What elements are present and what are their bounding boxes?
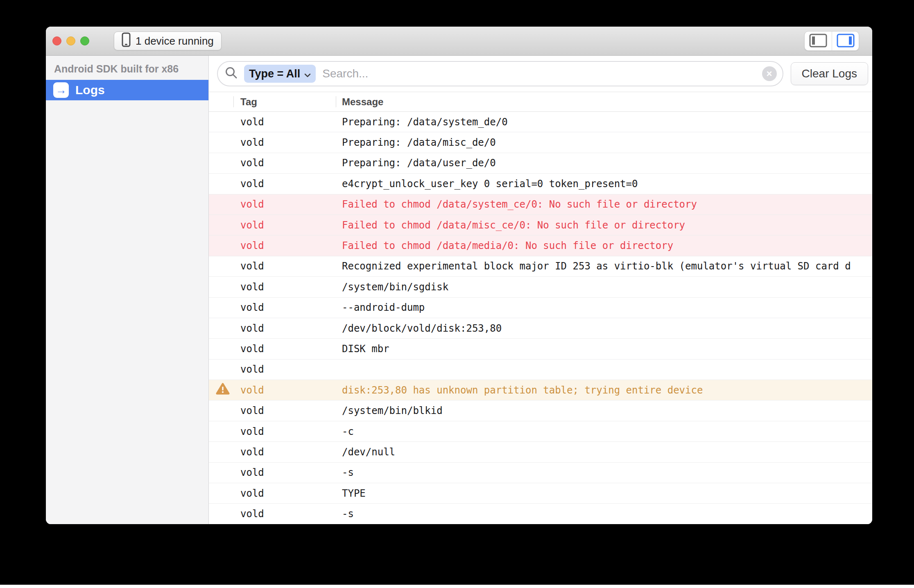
screen-bottom-strip — [0, 585, 914, 588]
minimize-button[interactable] — [66, 36, 75, 45]
search-input[interactable] — [321, 67, 756, 81]
log-tag: vold — [240, 446, 342, 458]
filter-token[interactable]: Type = All — [244, 65, 316, 83]
log-row[interactable]: vold e4crypt_unlock_user_key 0 serial=0 … — [209, 174, 872, 194]
log-message: Failed to chmod /data/media/0: No such f… — [342, 240, 872, 251]
log-tag: vold — [240, 116, 342, 128]
log-toolbar: Type = All Clear Logs — [209, 56, 872, 92]
titlebar: 1 device running — [46, 27, 872, 56]
column-separator — [233, 96, 234, 107]
column-separator — [336, 96, 336, 107]
sidebar: Android SDK built for x86 → Logs — [46, 56, 209, 524]
log-tag: vold — [240, 178, 342, 190]
log-row[interactable]: vold — [209, 360, 872, 380]
log-row[interactable]: vold --android-dump — [209, 298, 872, 318]
zoom-button[interactable] — [80, 36, 89, 45]
close-button[interactable] — [52, 36, 61, 45]
sidebar-left-icon — [809, 34, 827, 49]
log-message: disk:253,80 has unknown partition table;… — [342, 384, 872, 396]
log-message: Preparing: /data/misc_de/0 — [342, 137, 872, 148]
log-row[interactable]: vold /dev/block/vold/disk:253,80 — [209, 318, 872, 339]
log-pane: Type = All Clear Logs Tag Mess — [209, 56, 872, 524]
log-row[interactable]: vold /system/bin/blkid — [209, 400, 872, 421]
log-message: Failed to chmod /data/system_ce/0: No su… — [342, 199, 872, 210]
log-tag: vold — [240, 405, 342, 416]
log-message: -s — [342, 467, 872, 478]
log-tag: vold — [240, 219, 342, 231]
log-tag: vold — [240, 137, 342, 148]
log-message: Preparing: /data/user_de/0 — [342, 157, 872, 169]
log-row[interactable]: vold Preparing: /data/system_de/0 — [209, 112, 872, 132]
log-row[interactable]: vold -s — [209, 504, 872, 524]
chevron-down-icon — [304, 68, 311, 80]
sidebar-item-label: Logs — [75, 83, 105, 97]
smartphone-icon — [122, 32, 131, 50]
log-row[interactable]: vold Preparing: /data/misc_de/0 — [209, 132, 872, 153]
log-row[interactable]: vold Preparing: /data/user_de/0 — [209, 153, 872, 174]
log-message: DISK mbr — [342, 343, 872, 355]
filter-token-label: Type = All — [249, 68, 300, 80]
log-message: /system/bin/sgdisk — [342, 281, 872, 293]
log-row[interactable]: vold /dev/null — [209, 442, 872, 462]
arrow-right-icon: → — [53, 82, 69, 98]
log-message: e4crypt_unlock_user_key 0 serial=0 token… — [342, 178, 872, 190]
magnifier-icon — [224, 66, 238, 81]
log-message: /dev/null — [342, 446, 872, 458]
log-row[interactable]: vold -s — [209, 463, 872, 483]
log-row[interactable]: vold /system/bin/sgdisk — [209, 277, 872, 297]
log-row[interactable]: vold Failed to chmod /data/media/0: No s… — [209, 235, 872, 256]
log-tag: vold — [240, 508, 342, 520]
log-row[interactable]: vold disk:253,80 has unknown partition t… — [209, 380, 872, 400]
log-message: Failed to chmod /data/misc_ce/0: No such… — [342, 219, 872, 231]
log-tag: vold — [240, 364, 342, 375]
column-header-tag[interactable]: Tag — [240, 96, 342, 108]
log-row[interactable]: vold Failed to chmod /data/system_ce/0: … — [209, 194, 872, 215]
left-panel-toggle-button[interactable] — [805, 32, 832, 50]
triangle-exclamation-icon — [216, 382, 230, 398]
severity-icon-slot — [209, 382, 240, 398]
log-message: TYPE — [342, 488, 872, 499]
window-content: Android SDK built for x86 → Logs — [46, 56, 872, 524]
log-tag: vold — [240, 260, 342, 272]
clear-search-button[interactable] — [762, 66, 777, 81]
table-header: Tag Message — [209, 92, 872, 112]
log-row[interactable]: vold DISK mbr — [209, 339, 872, 359]
sidebar-right-icon — [837, 34, 855, 49]
clear-logs-button[interactable]: Clear Logs — [791, 62, 868, 85]
column-header-message[interactable]: Message — [342, 96, 872, 108]
log-rows: vold Preparing: /data/system_de/0 vold P… — [209, 112, 872, 524]
device-running-label: 1 device running — [136, 35, 214, 47]
search-field[interactable]: Type = All — [217, 61, 783, 86]
log-row[interactable]: vold Failed to chmod /data/misc_ce/0: No… — [209, 215, 872, 235]
log-tag: vold — [240, 302, 342, 313]
traffic-lights — [52, 36, 89, 45]
log-message: Recognized experimental block major ID 2… — [342, 260, 872, 272]
log-tag: vold — [240, 240, 342, 251]
log-message: -c — [342, 426, 872, 437]
log-row[interactable]: vold Recognized experimental block major… — [209, 256, 872, 277]
log-message: /dev/block/vold/disk:253,80 — [342, 323, 872, 334]
device-running-button[interactable]: 1 device running — [114, 32, 222, 50]
log-tag: vold — [240, 488, 342, 499]
log-tag: vold — [240, 281, 342, 293]
device-name-label: Android SDK built for x86 — [54, 63, 208, 75]
log-tag: vold — [240, 157, 342, 169]
log-tag: vold — [240, 426, 342, 437]
log-tag: vold — [240, 199, 342, 210]
log-message: --android-dump — [342, 302, 872, 313]
log-tag: vold — [240, 323, 342, 334]
log-message: /system/bin/blkid — [342, 405, 872, 416]
log-tag: vold — [240, 467, 342, 478]
panel-toggle-group — [804, 31, 859, 51]
app-window: 1 device running — [46, 27, 872, 524]
log-tag: vold — [240, 384, 342, 396]
right-panel-toggle-button[interactable] — [832, 32, 859, 50]
log-tag: vold — [240, 343, 342, 355]
log-message: -s — [342, 508, 872, 520]
log-message: Preparing: /data/system_de/0 — [342, 116, 872, 128]
log-row[interactable]: vold TYPE — [209, 483, 872, 504]
log-row[interactable]: vold -c — [209, 421, 872, 442]
sidebar-item-logs[interactable]: → Logs — [46, 80, 208, 100]
